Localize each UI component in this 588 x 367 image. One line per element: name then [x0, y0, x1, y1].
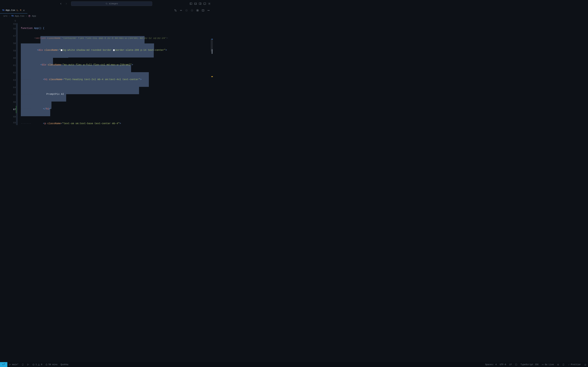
command-center[interactable]: aimages [71, 1, 152, 6]
svg-point-6 [174, 9, 175, 10]
code-line: ·······<p·className="text-sm·sm:text-bas… [17, 120, 210, 127]
code-line: <div className="bg-white shadow-md round… [17, 47, 210, 54]
code-line: <section className="container flex flex-… [17, 37, 210, 39]
gutter: 5 55 56 57 58 59 60 61 62 63 64 65 66 67… [0, 19, 17, 128]
more-actions-icon[interactable] [207, 8, 210, 13]
svg-point-0 [106, 3, 107, 4]
breadcrumb-file: App.tsx [15, 15, 24, 17]
editor-actions [174, 7, 213, 13]
svg-point-5 [209, 3, 210, 4]
tab-problems-count: 1, [16, 9, 19, 11]
plus-icon: + [13, 108, 15, 111]
tabs-row: TS App.tsx 1, M [0, 7, 213, 13]
search-icon [105, 2, 108, 5]
settings-gear-icon[interactable] [207, 1, 211, 6]
code-line: <div·className="mx-auto·flex·w-full·flex… [17, 61, 210, 68]
overview-ruler[interactable] [211, 39, 213, 123]
titlebar-actions [189, 1, 211, 6]
lang-badge: TS [11, 15, 13, 17]
color-swatch-icon [113, 49, 115, 51]
svg-rect-1 [190, 3, 192, 5]
layout-sidebar-left-icon[interactable] [189, 1, 193, 6]
git-commit-icon[interactable] [179, 8, 183, 13]
svg-point-10 [191, 9, 193, 11]
tab-filename: App.tsx [6, 9, 15, 12]
code-line: ·······</h1> [17, 105, 210, 113]
titlebar: aimages [0, 0, 213, 7]
layout-customize-icon[interactable] [203, 1, 207, 6]
svg-point-13 [208, 10, 208, 10]
code-line: function App() { [17, 26, 210, 31]
lang-badge: TS [2, 9, 4, 11]
split-editor-icon[interactable] [201, 8, 205, 13]
code-line: ········PromptPix·AI [17, 91, 210, 98]
tab-app-tsx[interactable]: TS App.tsx 1, M [0, 7, 27, 13]
code-content[interactable]: function App() { <section className="con… [17, 19, 210, 128]
svg-rect-4 [204, 3, 206, 5]
git-compare-icon[interactable] [174, 8, 177, 13]
chevron-right-icon: › [26, 15, 27, 17]
nav-back-button[interactable] [59, 1, 63, 6]
svg-point-15 [209, 10, 209, 10]
chevron-right-icon: › [9, 15, 10, 17]
nav-forward-button[interactable] [64, 1, 68, 6]
arrow-right-circle-icon[interactable] [190, 8, 194, 13]
svg-rect-2 [194, 3, 197, 5]
tab-modified-marker: M [20, 9, 21, 11]
layout-sidebar-right-icon[interactable] [198, 1, 202, 6]
breadcrumb-symbol: App [32, 15, 36, 17]
code-editor[interactable]: 5 55 56 57 58 59 60 61 62 63 64 65 66 67… [0, 19, 213, 128]
nav-arrows [59, 1, 68, 6]
layout-panel-icon[interactable] [194, 1, 198, 6]
svg-point-7 [176, 11, 176, 11]
svg-point-9 [186, 9, 187, 11]
run-icon[interactable] [196, 8, 199, 13]
workspace-name: aimages [109, 2, 118, 5]
arrow-left-circle-icon[interactable] [185, 8, 188, 13]
breadcrumb[interactable]: src › TS App.tsx › App [0, 13, 213, 19]
svg-point-14 [208, 10, 209, 10]
code-line: ·······<h1·className="font-heading·text-… [17, 76, 210, 83]
breadcrumb-folder: src [3, 15, 8, 17]
tab-close-button[interactable] [23, 8, 25, 13]
svg-rect-3 [199, 3, 201, 5]
symbol-icon [28, 15, 31, 17]
color-swatch-icon [61, 49, 62, 51]
svg-point-8 [181, 10, 182, 11]
